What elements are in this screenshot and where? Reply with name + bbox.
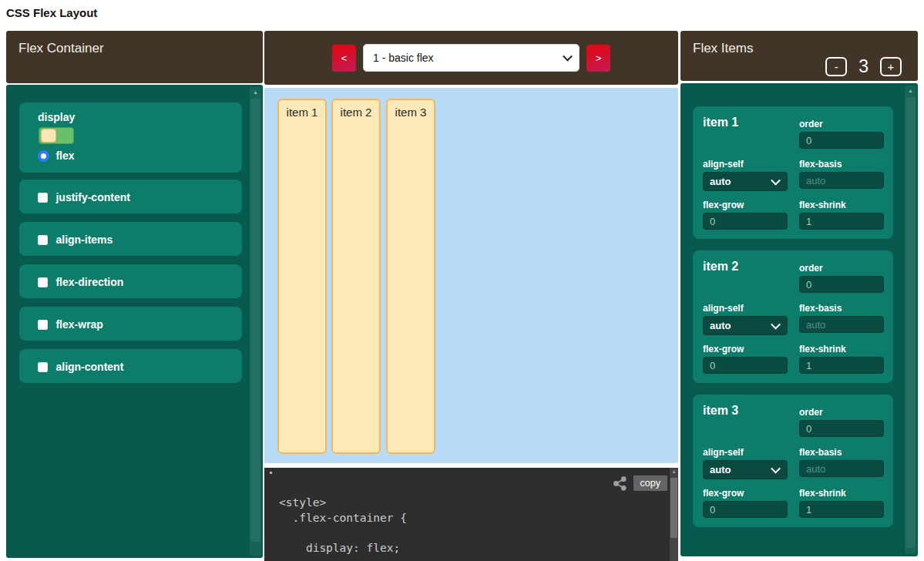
flex-basis-input[interactable] <box>799 460 884 477</box>
property-card-justify-content: justify-content <box>19 180 242 213</box>
order-input[interactable] <box>799 132 884 149</box>
align-self-label: align-self <box>703 159 788 170</box>
scroll-up-icon[interactable]: ▲ <box>670 469 678 474</box>
flex-shrink-input[interactable] <box>799 213 884 230</box>
align-self-label: align-self <box>703 303 788 314</box>
flex-container-panel-title: Flex Container <box>18 41 104 56</box>
flex-basis-label: flex-basis <box>799 159 884 170</box>
flex-wrap-checkbox[interactable] <box>38 320 48 330</box>
preview-header: < 1 - basic flex > <box>264 31 678 85</box>
decrease-items-button[interactable]: - <box>825 57 847 76</box>
flex-basis-input[interactable] <box>799 316 884 333</box>
order-label: order <box>799 119 884 129</box>
flex-shrink-label: flex-shrink <box>799 344 884 354</box>
item-2-card: item 2 order align-self auto flex-basis … <box>693 250 893 383</box>
align-self-select[interactable]: auto <box>703 460 788 479</box>
display-label: display <box>38 111 75 123</box>
property-card-flex-direction: flex-direction <box>19 264 242 298</box>
flex-basis-label: flex-basis <box>799 447 884 458</box>
code-cursor-dot <box>270 472 272 474</box>
flex-grow-input[interactable] <box>703 213 788 230</box>
flex-shrink-label: flex-shrink <box>799 488 884 499</box>
flex-basis-label: flex-basis <box>799 303 884 314</box>
flex-item-2: item 2 <box>331 99 381 454</box>
code-scrollbar-thumb[interactable] <box>670 478 677 538</box>
right-panel-scrollbar[interactable]: ▲ <box>905 86 916 554</box>
align-self-select[interactable]: auto <box>703 316 788 335</box>
code-scrollbar[interactable]: ▲ <box>670 468 678 561</box>
align-items-label: align-items <box>55 233 113 246</box>
align-items-checkbox[interactable] <box>38 235 48 245</box>
flex-shrink-input[interactable] <box>799 501 884 518</box>
flex-item-3: item 3 <box>386 99 435 454</box>
flex-item-1: item 1 <box>277 99 327 454</box>
flex-grow-label: flex-grow <box>703 344 788 354</box>
right-scrollbar-thumb[interactable] <box>906 97 916 548</box>
prev-example-button[interactable]: < <box>332 45 356 72</box>
item-3-title: item 3 <box>703 404 738 418</box>
flex-grow-input[interactable] <box>703 501 788 518</box>
property-card-align-items: align-items <box>19 222 242 256</box>
next-example-button[interactable]: > <box>586 45 610 72</box>
display-flex-radio[interactable] <box>38 150 49 162</box>
left-scrollbar-thumb[interactable] <box>250 99 260 542</box>
scroll-up-icon[interactable]: ▲ <box>250 89 261 96</box>
increase-items-button[interactable]: + <box>880 57 902 76</box>
flex-grow-label: flex-grow <box>703 200 788 210</box>
toggle-knob-icon <box>41 129 56 143</box>
flex-items-panel-title: Flex Items <box>693 41 753 56</box>
left-panel-scrollbar[interactable]: ▲ <box>250 87 261 556</box>
scroll-up-icon[interactable]: ▲ <box>905 87 916 95</box>
order-label: order <box>799 263 884 274</box>
align-self-label: align-self <box>703 447 788 458</box>
flex-grow-label: flex-grow <box>703 488 788 499</box>
flex-items-panel-header: Flex Items - 3 + <box>680 31 918 81</box>
align-content-checkbox[interactable] <box>38 362 48 372</box>
flex-preview-area: item 1 item 2 item 3 <box>264 88 678 463</box>
flex-direction-label: flex-direction <box>55 276 123 288</box>
flex-items-panel-body: ▲ item 1 order align-self auto flex-basi… <box>680 83 918 556</box>
property-card-flex-wrap: flex-wrap <box>19 307 242 341</box>
code-text[interactable]: <style> .flex-container { display: flex; <box>279 495 407 556</box>
order-label: order <box>799 407 884 418</box>
justify-content-label: justify-content <box>55 191 129 203</box>
item-3-card: item 3 order align-self auto flex-basis … <box>693 395 893 527</box>
order-input[interactable] <box>799 420 884 437</box>
flex-wrap-label: flex-wrap <box>55 318 102 331</box>
flex-shrink-input[interactable] <box>799 357 884 374</box>
display-toggle[interactable] <box>39 127 74 144</box>
share-icon[interactable] <box>613 476 627 491</box>
flex-basis-input[interactable] <box>799 172 884 189</box>
display-card: display flex <box>19 102 242 173</box>
item-count: 3 <box>858 56 869 77</box>
example-select[interactable]: 1 - basic flex <box>363 44 580 72</box>
justify-content-checkbox[interactable] <box>38 193 48 203</box>
flex-container-panel-header: Flex Container <box>6 31 263 83</box>
align-self-select[interactable]: auto <box>703 172 788 191</box>
page-title: CSS Flex Layout <box>6 6 97 19</box>
item-1-title: item 1 <box>703 116 738 129</box>
flex-grow-input[interactable] <box>703 357 788 374</box>
item-1-card: item 1 order align-self auto flex-basis … <box>693 106 893 239</box>
flex-direction-checkbox[interactable] <box>38 277 48 287</box>
code-panel: copy <style> .flex-container { display: … <box>264 468 678 561</box>
align-content-label: align-content <box>55 361 123 373</box>
flex-container-panel-body: ▲ display flex justify-content align-ite… <box>6 85 263 558</box>
display-flex-radio-label: flex <box>55 149 74 162</box>
item-2-title: item 2 <box>703 260 738 274</box>
flex-shrink-label: flex-shrink <box>799 200 884 210</box>
property-card-align-content: align-content <box>19 349 242 383</box>
copy-button[interactable]: copy <box>633 475 667 491</box>
order-input[interactable] <box>799 276 884 293</box>
